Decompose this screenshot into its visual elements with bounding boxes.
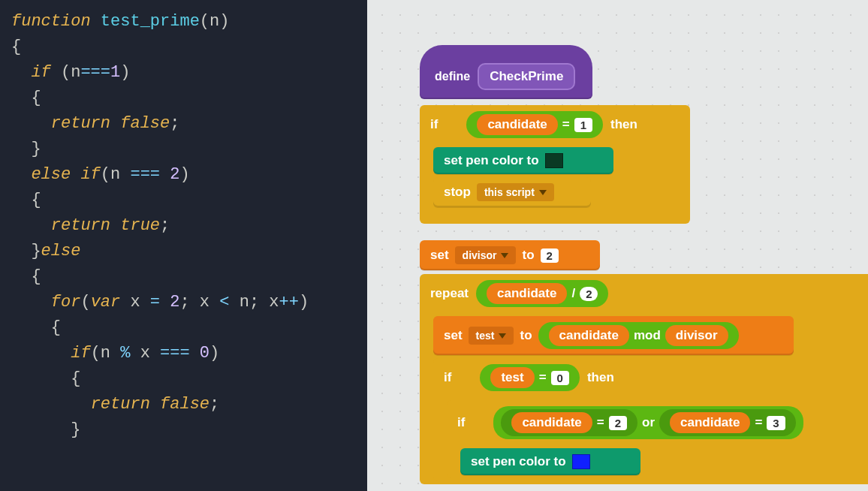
or-label: or <box>642 415 655 430</box>
divide-reporter[interactable]: candidate / 2 <box>476 280 608 307</box>
chevron-down-icon <box>499 333 506 339</box>
set-pen-label-2: set pen color to <box>471 454 566 469</box>
if-block-3[interactable]: if candidate = 2 or candidate <box>447 400 868 478</box>
set-pen-label: set pen color to <box>444 153 539 168</box>
if-label-3: if <box>457 415 465 430</box>
scratch-canvas[interactable]: define CheckPrime if candidate = 1 then … <box>367 0 868 491</box>
equals-value[interactable]: 1 <box>574 118 592 132</box>
code-editor: function test_prime(n) { if (n===1) { re… <box>0 0 367 491</box>
mod-reporter[interactable]: candidate mod divisor <box>538 322 739 349</box>
set-test-block[interactable]: set test to candidate mod divisor <box>433 316 794 355</box>
var-n: n <box>71 63 80 82</box>
equals-reporter-2[interactable]: test = 0 <box>480 364 580 391</box>
repeat-block[interactable]: repeat candidate / 2 set test to candida… <box>420 274 868 484</box>
kw-return-2: return <box>51 216 110 235</box>
kw-if2: if <box>71 344 90 363</box>
mod-label: mod <box>634 328 661 343</box>
or-reporter[interactable]: candidate = 2 or candidate = 3 <box>493 406 803 439</box>
test-dropdown[interactable]: test <box>469 327 514 345</box>
equals-value-4[interactable]: 3 <box>767 416 785 430</box>
var-n3: n <box>240 293 249 312</box>
define-hat-block[interactable]: define CheckPrime <box>420 45 592 99</box>
equals-sign: = <box>562 117 570 132</box>
bool-false2: false <box>160 395 209 414</box>
kw-return3: return <box>91 395 150 414</box>
if-block-1[interactable]: if candidate = 1 then set pen color to s… <box>420 105 690 224</box>
to-label-2: to <box>520 328 532 343</box>
set-pen-color-block[interactable]: set pen color to <box>433 147 613 174</box>
var-n-2: n <box>110 165 120 184</box>
repeat-label: repeat <box>430 286 469 301</box>
var-x3: x <box>269 293 279 312</box>
bool-false: false <box>120 114 170 133</box>
bool-true: true <box>120 216 160 235</box>
candidate-reporter-3[interactable]: candidate <box>549 325 629 346</box>
divide-sign: / <box>571 286 575 301</box>
equals-reporter[interactable]: candidate = 1 <box>466 111 603 138</box>
kw-else: else <box>41 242 81 261</box>
set-label: set <box>430 248 449 263</box>
fn-name: test_prime <box>101 12 200 31</box>
if-label: if <box>430 117 438 132</box>
param-n: n <box>209 12 219 31</box>
divisor-value[interactable]: 2 <box>541 249 559 263</box>
var-x: x <box>130 293 140 312</box>
stop-option: this script <box>484 186 535 198</box>
color-swatch-dark[interactable] <box>545 153 563 168</box>
num-2b: 2 <box>170 293 179 312</box>
then-label-2: then <box>587 370 614 385</box>
var-x4: x <box>140 344 150 363</box>
num-2: 2 <box>170 165 179 184</box>
equals-reporter-4[interactable]: candidate = 3 <box>659 409 796 436</box>
candidate-reporter[interactable]: candidate <box>477 114 557 135</box>
candidate-reporter-4[interactable]: candidate <box>511 412 592 433</box>
to-label: to <box>522 248 534 263</box>
stop-label: stop <box>444 185 471 200</box>
kw-if: if <box>31 63 50 82</box>
test-option: test <box>476 330 495 342</box>
stop-dropdown[interactable]: this script <box>477 183 554 201</box>
then-label: then <box>610 117 637 132</box>
chevron-down-icon <box>501 253 508 258</box>
equals-value-3[interactable]: 2 <box>609 416 627 430</box>
var-x2: x <box>200 293 209 312</box>
candidate-reporter-2[interactable]: candidate <box>487 283 567 304</box>
equals-sign-2: = <box>539 370 547 385</box>
var-n4: n <box>101 344 110 363</box>
color-swatch-blue[interactable] <box>572 454 590 469</box>
num-1: 1 <box>110 63 120 82</box>
num-0: 0 <box>200 344 209 363</box>
if-label-2: if <box>444 370 451 385</box>
proc-name: CheckPrime <box>478 63 575 90</box>
divide-value[interactable]: 2 <box>580 287 598 301</box>
divisor-reporter[interactable]: divisor <box>665 325 728 346</box>
set-pen-color-block-2[interactable]: set pen color to <box>460 448 640 475</box>
equals-reporter-3[interactable]: candidate = 2 <box>501 409 637 436</box>
kw-return: return <box>51 114 110 133</box>
equals-value-2[interactable]: 0 <box>551 371 569 385</box>
chevron-down-icon <box>539 190 547 195</box>
candidate-reporter-5[interactable]: candidate <box>670 412 750 433</box>
if-block-2[interactable]: if test = 0 then if <box>433 358 868 481</box>
kw-var: var <box>91 293 121 312</box>
stop-block[interactable]: stop this script <box>433 177 591 207</box>
kw-for: for <box>51 293 81 312</box>
set-label-2: set <box>444 328 463 343</box>
divisor-option: divisor <box>463 249 497 261</box>
divisor-dropdown[interactable]: divisor <box>455 246 517 264</box>
kw-elseif: else if <box>31 165 100 184</box>
test-reporter[interactable]: test <box>490 367 534 388</box>
set-divisor-block[interactable]: set divisor to 2 <box>420 240 600 270</box>
define-label: define <box>435 70 470 83</box>
kw-function: function <box>11 12 91 31</box>
